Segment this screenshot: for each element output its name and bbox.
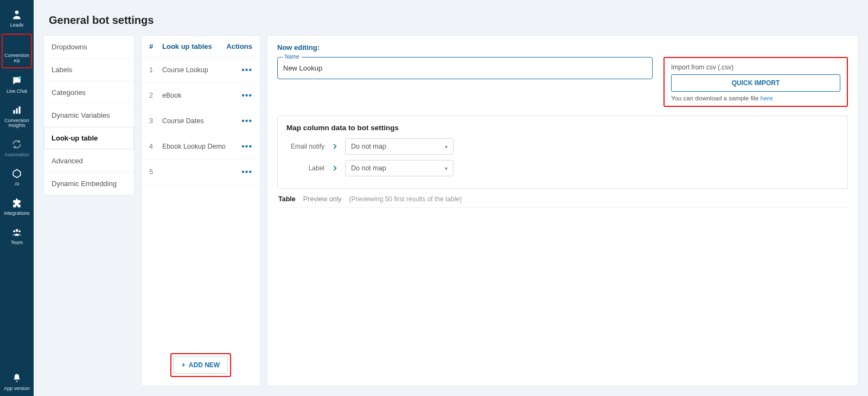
rail-label: Automation	[4, 152, 29, 158]
chevron-right-icon	[331, 143, 339, 150]
footprints-icon	[11, 39, 23, 51]
caret-down-icon: ▾	[445, 165, 448, 171]
left-rail: Leads Conversion Kit Live Chat Conversio…	[0, 0, 34, 396]
svg-point-2	[17, 43, 20, 47]
table-row[interactable]: 2 eBook •••	[142, 83, 260, 108]
map-row-email-notify: Email notify Do not map ▾	[286, 138, 839, 155]
rail-item-leads[interactable]: Leads	[2, 4, 32, 31]
th-actions: Actions	[225, 42, 252, 50]
rail-item-integrations[interactable]: Integrations	[2, 193, 32, 220]
map-panel: Map column data to bot settings Email no…	[277, 116, 848, 189]
svg-point-5	[18, 76, 21, 79]
map-row-label: Label	[286, 164, 324, 172]
now-editing-label: Now editing:	[277, 36, 848, 57]
preview-bar: Table Preview only (Previewing 50 first …	[277, 189, 848, 208]
name-field-label: Name	[283, 54, 302, 60]
lookup-tables-list: # Look up tables Actions 1 Course Lookup…	[141, 35, 260, 386]
table-row[interactable]: 4 Ebook Lookup Demo •••	[142, 134, 260, 159]
rail-label: Live Chat	[7, 89, 27, 94]
import-label: Import from csv (.csv)	[671, 63, 840, 71]
rail-item-conversion-insights[interactable]: Conversion Insights	[2, 100, 32, 132]
refresh-icon	[11, 138, 23, 150]
add-new-highlight: + ADD NEW	[170, 353, 231, 377]
tables-header: # Look up tables Actions	[142, 36, 260, 58]
rail-label: App version	[4, 386, 30, 392]
th-name: Look up tables	[162, 42, 225, 50]
chevron-right-icon	[331, 164, 339, 172]
rail-item-ai[interactable]: AI	[2, 163, 32, 190]
svg-rect-3	[14, 46, 16, 47]
tab-preview-only[interactable]: Preview only	[303, 195, 342, 203]
name-input[interactable]	[277, 57, 653, 79]
table-row[interactable]: 3 Course Dates •••	[142, 108, 260, 134]
svg-point-0	[15, 11, 19, 15]
svg-point-1	[14, 41, 16, 45]
subnav-advanced[interactable]: Advanced	[44, 150, 134, 173]
table-row[interactable]: 1 Course Lookup •••	[142, 58, 260, 83]
rail-label: Team	[11, 240, 23, 246]
svg-point-12	[18, 230, 21, 232]
rail-label: AI	[15, 182, 20, 187]
more-icon[interactable]: •••	[236, 142, 252, 151]
rail-item-app-version[interactable]: App version	[2, 368, 32, 395]
svg-rect-8	[18, 106, 20, 113]
rail-label: Integrations	[4, 211, 29, 216]
th-number: #	[149, 42, 162, 50]
svg-rect-4	[18, 48, 20, 49]
add-new-button[interactable]: + ADD NEW	[174, 356, 228, 374]
rail-item-conversion-kit[interactable]: Conversion Kit	[2, 34, 32, 68]
chat-icon	[11, 75, 23, 87]
settings-subnav: Dropdowns Labels Categories Dynamic Vari…	[43, 35, 135, 195]
import-box: Import from csv (.csv) QUICK IMPORT You …	[663, 57, 848, 107]
preview-note: (Previewing 50 first results of the tabl…	[349, 195, 462, 203]
more-icon[interactable]: •••	[236, 91, 252, 100]
editor-panel: Now editing: Name Import from csv (.csv)…	[267, 35, 858, 386]
map-title: Map column data to bot settings	[286, 124, 839, 132]
svg-marker-9	[13, 170, 20, 178]
svg-point-11	[13, 230, 15, 232]
more-icon[interactable]: •••	[236, 167, 252, 177]
add-new-label: ADD NEW	[189, 361, 220, 369]
tab-table[interactable]: Table	[278, 195, 296, 203]
table-row[interactable]: 5 •••	[142, 159, 260, 185]
subnav-dropdowns[interactable]: Dropdowns	[44, 36, 134, 59]
more-icon[interactable]: •••	[236, 116, 252, 126]
rail-item-live-chat[interactable]: Live Chat	[2, 71, 32, 98]
subnav-dynamic-variables[interactable]: Dynamic Variables	[44, 104, 134, 127]
rail-label: Leads	[10, 23, 24, 28]
team-icon	[11, 226, 23, 238]
svg-rect-6	[13, 110, 15, 114]
map-select-label[interactable]: Do not map ▾	[345, 160, 454, 176]
rail-label: Conversion Insights	[2, 118, 32, 129]
subnav-lookup-table[interactable]: Look-up table	[44, 127, 134, 150]
map-row-label: Email notify	[286, 143, 324, 150]
sample-file-text: You can download a sample file here	[671, 95, 840, 101]
sample-file-link[interactable]: here	[761, 95, 773, 101]
map-select-email-notify[interactable]: Do not map ▾	[345, 138, 454, 155]
svg-point-10	[16, 229, 18, 232]
name-field: Name	[277, 57, 653, 79]
rail-label: Conversion Kit	[3, 53, 31, 64]
more-icon[interactable]: •••	[236, 65, 252, 75]
subnav-categories[interactable]: Categories	[44, 81, 134, 104]
svg-rect-7	[16, 108, 17, 113]
bell-icon	[11, 372, 23, 384]
hexagon-icon	[11, 168, 23, 180]
subnav-dynamic-embedding[interactable]: Dynamic Embedding	[44, 173, 134, 195]
rail-item-automation[interactable]: Automation	[2, 134, 32, 161]
person-icon	[11, 9, 23, 21]
plus-icon: +	[182, 361, 186, 369]
page-title: General bot settings	[34, 0, 868, 35]
bar-chart-icon	[11, 104, 23, 116]
subnav-labels[interactable]: Labels	[44, 59, 134, 81]
quick-import-button[interactable]: QUICK IMPORT	[671, 74, 840, 92]
caret-down-icon: ▾	[445, 144, 448, 150]
main-panel: General bot settings Dropdowns Labels Ca…	[34, 0, 868, 396]
map-row-label: Label Do not map ▾	[286, 160, 839, 176]
rail-item-team[interactable]: Team	[2, 222, 32, 249]
puzzle-icon	[11, 197, 23, 209]
